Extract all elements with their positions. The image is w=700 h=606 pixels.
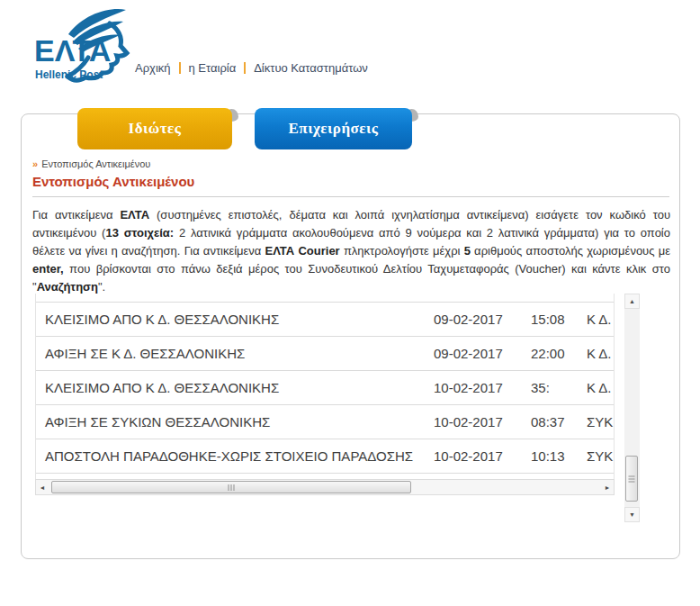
intro-text: ". bbox=[98, 280, 105, 294]
nav-separator bbox=[179, 62, 181, 74]
nav-link-home[interactable]: Αρχική bbox=[135, 61, 171, 75]
cell-event: ΚΛΕΙΣΙΜΟ ΑΠΟ Κ Δ. ΘΕΣΣΑΛΟΝΙΚΗΣ bbox=[45, 371, 279, 405]
cell-office: Κ Δ. bbox=[587, 371, 612, 405]
horizontal-scrollbar-thumb[interactable] bbox=[51, 481, 411, 493]
cell-event: ΑΦΙΞΗ ΣΕ Κ Δ. ΘΕΣΣΑΛΟΝΙΚΗΣ bbox=[45, 337, 245, 371]
hermes-logo-graphic: ΕΛΤΑ Hellenic Post bbox=[16, 4, 142, 89]
cell-office: Κ Δ. bbox=[587, 303, 612, 337]
scroll-left-icon: ◄ bbox=[40, 484, 46, 491]
intro-text-bold: ΕΛΤΑ bbox=[120, 208, 149, 222]
logo-title-text: ΕΛΤΑ bbox=[34, 33, 111, 68]
cell-office: Κ Δ. bbox=[587, 337, 612, 371]
cell-date: 10-02-2017 bbox=[434, 439, 503, 474]
heading-divider bbox=[32, 196, 669, 197]
cell-event: ΚΛΕΙΣΙΜΟ ΑΠΟ Κ Δ. ΘΕΣΣΑΛΟΝΙΚΗΣ bbox=[45, 303, 279, 337]
scroll-down-icon: ▼ bbox=[629, 511, 635, 518]
table-row: ΚΛΕΙΣΙΜΟ ΑΠΟ Κ Δ. ΘΕΣΣΑΛΟΝΙΚΗΣ 10-02-201… bbox=[36, 371, 614, 405]
table-row: ΑΠΟΣΤΟΛΗ ΠΑΡΑΔΟΘΗΚΕ-ΧΩΡΙΣ ΣΤΟΙΧΕΙΟ ΠΑΡΑΔ… bbox=[36, 439, 614, 474]
logo-subtitle-text: Hellenic Post bbox=[35, 68, 103, 81]
cell-time: 35: bbox=[531, 371, 550, 405]
intro-text-bold: ΕΛΤΑ Courier bbox=[265, 244, 340, 258]
breadcrumb: »Εντοπισμός Αντικειμένου bbox=[32, 158, 150, 169]
thumb-grip-icon bbox=[229, 484, 235, 491]
intro-text-bold: Αναζήτηση bbox=[37, 280, 98, 294]
scroll-right-icon: ► bbox=[605, 484, 611, 491]
table-row: ΑΦΙΞΗ ΣΕ Κ Δ. ΘΕΣΣΑΛΟΝΙΚΗΣ 09-02-2017 22… bbox=[36, 337, 614, 371]
table-row: ΑΦΙΞΗ ΣΕ ΣΥΚΙΩΝ ΘΕΣΣΑΛΟΝΙΚΗΣ 10-02-2017 … bbox=[36, 405, 614, 439]
top-navigation: Αρχικήη ΕταιρίαΔίκτυο Καταστημάτων bbox=[135, 61, 368, 75]
intro-paragraph: Για αντικείμενα ΕΛΤΑ (συστημένες επιστολ… bbox=[32, 206, 670, 296]
intro-text: Για αντικείμενα bbox=[32, 208, 120, 222]
nav-separator bbox=[244, 62, 246, 74]
elta-logo[interactable]: ΕΛΤΑ Hellenic Post bbox=[16, 4, 142, 89]
vertical-scrollbar-thumb[interactable] bbox=[625, 456, 638, 502]
scroll-right-button[interactable]: ► bbox=[601, 480, 614, 494]
cell-event: ΑΠΟΣΤΟΛΗ ΠΑΡΑΔΟΘΗΚΕ-ΧΩΡΙΣ ΣΤΟΙΧΕΙΟ ΠΑΡΑΔ… bbox=[45, 439, 413, 474]
cell-date: 10-02-2017 bbox=[434, 405, 503, 439]
tab-individuals[interactable]: Ιδιώτες bbox=[77, 108, 232, 149]
scroll-up-icon: ▲ bbox=[629, 298, 635, 304]
cell-time: 15:08 bbox=[531, 303, 565, 337]
intro-text: που βρίσκονται στο πάνω δεξιά μέρος του … bbox=[32, 262, 670, 294]
tracking-results-grid: ΚΛΕΙΣΙΜΟ ΑΠΟ Κ Δ. ΘΕΣΣΑΛΟΝΙΚΗΣ 09-02-201… bbox=[35, 294, 640, 522]
content-panel: »Εντοπισμός Αντικειμένου Εντοπισμός Αντι… bbox=[21, 113, 680, 559]
breadcrumb-link-tracking[interactable]: Εντοπισμός Αντικειμένου bbox=[41, 158, 150, 169]
cell-time: 22:00 bbox=[531, 337, 565, 371]
intro-text: αριθμούς αποστολής χωρισμένους με bbox=[471, 244, 670, 258]
cell-event: ΑΦΙΞΗ ΣΕ ΣΥΚΙΩΝ ΘΕΣΣΑΛΟΝΙΚΗΣ bbox=[45, 405, 270, 439]
scroll-up-button[interactable]: ▲ bbox=[624, 294, 640, 309]
cell-office: ΣΥΚ bbox=[587, 439, 613, 474]
grid-viewport: ΚΛΕΙΣΙΜΟ ΑΠΟ Κ Δ. ΘΕΣΣΑΛΟΝΙΚΗΣ 09-02-201… bbox=[35, 294, 615, 479]
cell-time: 10:13 bbox=[531, 439, 565, 474]
cell-date: 09-02-2017 bbox=[434, 337, 503, 371]
horizontal-scrollbar[interactable]: ◄ ► bbox=[35, 479, 615, 495]
tab-businesses[interactable]: Επιχειρήσεις bbox=[255, 108, 412, 149]
table-row: ΚΛΕΙΣΙΜΟ ΑΠΟ Κ Δ. ΘΕΣΣΑΛΟΝΙΚΗΣ 09-02-201… bbox=[36, 303, 614, 337]
elta-tracking-page: { "logo": { "title": "ΕΛΤΑ", "subtitle":… bbox=[0, 0, 700, 606]
intro-text-bold: 5 bbox=[464, 244, 471, 258]
table-row-partial bbox=[36, 294, 614, 303]
tab-individuals-label: Ιδιώτες bbox=[129, 120, 182, 138]
cell-date: 10-02-2017 bbox=[434, 371, 503, 405]
breadcrumb-arrow-icon: » bbox=[32, 158, 38, 169]
cell-office: ΣΥΚ bbox=[587, 405, 613, 439]
tab-businesses-label: Επιχειρήσεις bbox=[288, 120, 378, 138]
cell-date: 09-02-2017 bbox=[434, 303, 503, 337]
nav-link-branch-network[interactable]: Δίκτυο Καταστημάτων bbox=[254, 61, 368, 75]
intro-text: πληκτρολογήστε μέχρι bbox=[340, 244, 464, 258]
scroll-down-button[interactable]: ▼ bbox=[624, 507, 640, 522]
thumb-grip-icon bbox=[629, 475, 635, 482]
page-title: Εντοπισμός Αντικειμένου bbox=[32, 174, 194, 189]
vertical-scrollbar[interactable]: ▲ ▼ bbox=[624, 294, 640, 522]
intro-text-bold: enter, bbox=[32, 262, 64, 276]
scroll-left-button[interactable]: ◄ bbox=[36, 480, 49, 494]
cell-time: 08:37 bbox=[531, 405, 565, 439]
nav-link-company[interactable]: η Εταιρία bbox=[189, 61, 237, 75]
intro-text-bold: 13 στοιχεία: bbox=[105, 226, 174, 240]
